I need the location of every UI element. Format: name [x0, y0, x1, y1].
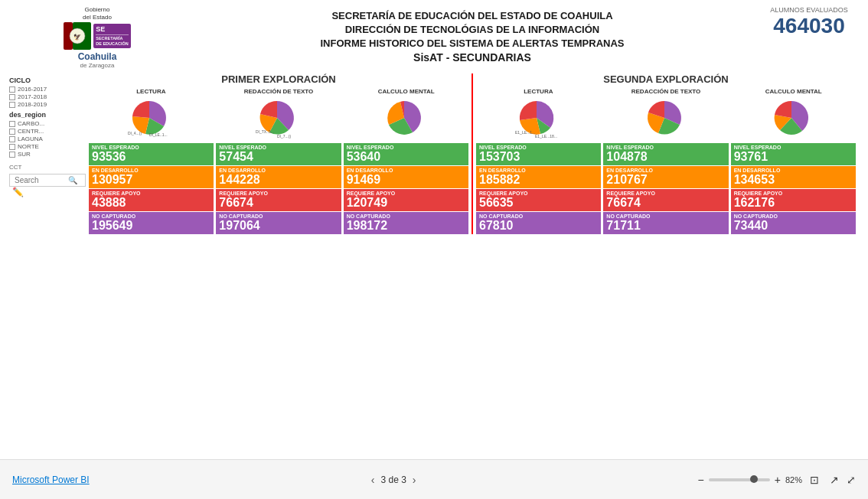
segunda-lectura-nocap-val: 67810: [479, 219, 598, 233]
coat-of-arms-icon: 🦅: [64, 22, 91, 50]
svg-text:E1_LE...18...: E1_LE...18...: [535, 134, 557, 139]
primera-redaccion-nivel-val: 57454: [219, 150, 338, 164]
primera-calculo-desarrollo-box: EN DESARROLLO 91469: [344, 166, 468, 188]
segunda-lectura-apoyo-label: REQUIERE APOYO: [479, 191, 598, 196]
segunda-lectura-stats: NIVEL ESPERADO 153703 EN DESARROLLO 1858…: [476, 143, 601, 234]
search-input[interactable]: [15, 176, 68, 184]
region-centr-label: CENTR...: [18, 128, 44, 135]
primera-lectura-pie: DI_4...() DI_LE..1...: [126, 96, 176, 139]
filter-ciclo-2018[interactable]: 2018-2019: [9, 101, 83, 108]
primera-redaccion-apoyo-box: REQUIERE APOYO 76674: [216, 189, 341, 211]
alumnos-area: ALUMNOS EVALUADOS 464030: [759, 6, 859, 38]
ciclo-label: CICLO: [9, 77, 83, 84]
checkbox-norte[interactable]: [9, 144, 15, 150]
filter-region-norte[interactable]: NORTE: [9, 143, 83, 150]
alumnos-value: 464030: [759, 14, 859, 38]
prev-page-button[interactable]: ‹: [371, 474, 375, 486]
filter-region-laguna[interactable]: LAGUNA: [9, 135, 83, 142]
svg-text:DI_4...(): DI_4...(): [128, 131, 142, 135]
checkbox-2017[interactable]: [9, 94, 15, 100]
filter-region-sur[interactable]: SUR: [9, 151, 83, 158]
title-line3: INFORME HISTORICO DEL SISTEMA DE ALERTAS…: [185, 37, 759, 51]
fit-page-icon[interactable]: ⊡: [810, 474, 819, 486]
checkbox-2016[interactable]: [9, 86, 15, 93]
checkbox-laguna[interactable]: [9, 136, 15, 142]
segunda-title: SEGUNDA EXPLORACIÓN: [476, 73, 856, 85]
segunda-calculo-desarrollo-box: EN DESARROLLO 134653: [731, 166, 856, 188]
primera-lectura-label: LECTURA: [136, 88, 165, 95]
search-bar[interactable]: 🔍: [9, 174, 86, 187]
edit-icon[interactable]: ✏️: [12, 187, 24, 197]
segunda-lectura-nivel-label: NIVEL ESPERADO: [479, 145, 598, 150]
segunda-calculo-nocap-box: NO CAPTURADO 73440: [731, 212, 856, 234]
checkbox-carbo[interactable]: [9, 121, 15, 127]
primera-lectura-desarrollo-val: 130957: [92, 173, 210, 187]
segunda-redaccion-col: REDACCIÓN DE TEXTO: [604, 88, 729, 139]
cct-label: CCT: [9, 164, 83, 171]
segunda-redaccion-stats: NIVEL ESPERADO 104878 EN DESARROLLO 2107…: [603, 143, 728, 234]
primera-calculo-stats: NIVEL ESPERADO 53640 EN DESARROLLO 91469…: [344, 143, 468, 234]
segunda-charts-row: LECTURA E1_LE...1... E1_LE...18...: [476, 88, 856, 139]
segunda-calculo-apoyo-label: REQUIERE APOYO: [734, 191, 853, 196]
segunda-calculo-nivel-box: NIVEL ESPERADO 93761: [731, 143, 856, 165]
filter-ciclo-2017[interactable]: 2017-2018: [9, 93, 83, 100]
ciclo-2016-label: 2016-2017: [18, 86, 47, 93]
primera-lectura-desarrollo-box: EN DESARROLLO 130957: [89, 166, 214, 188]
primera-lectura-nivel-val: 93536: [92, 150, 210, 164]
header-section: Gobierno del Estado 🦅: [9, 6, 859, 69]
svg-text:DI_TX..5...: DI_TX..5...: [256, 129, 274, 134]
segunda-redaccion-nocap-val: 71711: [606, 219, 725, 233]
primera-calculo-nivel-label: NIVEL ESPERADO: [347, 145, 465, 150]
ciclo-2017-label: 2017-2018: [18, 93, 47, 100]
region-laguna-label: LAGUNA: [18, 135, 43, 142]
checkbox-sur[interactable]: [9, 152, 15, 158]
logo-area: Gobierno del Estado 🦅: [9, 6, 185, 69]
filter-region-carbo[interactable]: CARBO...: [9, 120, 83, 127]
segunda-redaccion-apoyo-val: 76674: [606, 196, 725, 210]
svg-text:🦅: 🦅: [73, 33, 81, 41]
primera-calculo-col: CALCULO MENTAL: [344, 88, 468, 139]
primera-redaccion-stats: NIVEL ESPERADO 57454 EN DESARROLLO 14422…: [216, 143, 341, 234]
zoom-section: − + 82% ⊡ ↗ ⤢: [698, 474, 856, 486]
segunda-calculo-stats: NIVEL ESPERADO 93761 EN DESARROLLO 13465…: [731, 143, 856, 234]
next-page-button[interactable]: ›: [413, 474, 416, 486]
segunda-calculo-desarrollo-label: EN DESARROLLO: [734, 168, 853, 173]
segunda-calculo-nocap-val: 73440: [734, 219, 853, 233]
primera-lectura-nocap-val: 195649: [92, 219, 210, 233]
se-badge: SE SECRETARÍADE EDUCACIÓN: [93, 24, 130, 48]
primera-charts-row: LECTURA: [89, 88, 468, 139]
bottom-bar: Microsoft Power BI ‹ 3 de 3 › − + 82% ⊡ …: [0, 459, 868, 499]
segunda-redaccion-desarrollo-val: 210767: [606, 173, 725, 187]
segunda-calculo-apoyo-val: 162176: [734, 196, 853, 210]
primera-lectura-apoyo-val: 43888: [92, 196, 210, 210]
title-line2: DIRECCIÓN DE TECNOLÓGIAS DE LA INFORMACI…: [185, 23, 759, 37]
region-label: des_region: [9, 111, 83, 119]
filter-ciclo-2016[interactable]: 2016-2017: [9, 86, 83, 93]
primera-lectura-nivel-box: NIVEL ESPERADO 93536: [89, 143, 214, 165]
primera-redaccion-desarrollo-label: EN DESARROLLO: [219, 168, 338, 173]
zoom-level: 82%: [785, 475, 802, 484]
powerbi-link[interactable]: Microsoft Power BI: [12, 475, 90, 485]
checkbox-centr[interactable]: [9, 129, 15, 135]
primera-calculo-nocap-label: NO CAPTURADO: [347, 214, 465, 219]
filter-region-centr[interactable]: CENTR...: [9, 128, 83, 135]
zoom-plus-icon[interactable]: +: [775, 474, 781, 486]
segunda-lectura-label: LECTURA: [524, 88, 553, 95]
zoom-minus-icon[interactable]: −: [698, 474, 704, 486]
checkbox-2018[interactable]: [9, 102, 15, 108]
primera-calculo-nocap-box: NO CAPTURADO 198172: [344, 212, 468, 234]
fullscreen-icon[interactable]: ⤢: [847, 474, 856, 486]
share-icon[interactable]: ↗: [830, 474, 839, 486]
logo-gov-line1: Gobierno: [85, 6, 110, 13]
ciclo-2018-label: 2018-2019: [18, 101, 47, 108]
segunda-lectura-nivel-val: 153703: [479, 150, 598, 164]
segunda-calculo-nocap-label: NO CAPTURADO: [734, 214, 853, 219]
main-body: CICLO 2016-2017 2017-2018 2018-2019 des_…: [9, 73, 859, 234]
search-icon: 🔍: [68, 176, 77, 184]
zoom-slider[interactable]: [709, 478, 770, 481]
segunda-redaccion-pie: [641, 96, 691, 139]
primera-calculo-label: CALCULO MENTAL: [378, 88, 435, 95]
segunda-lectura-col: LECTURA E1_LE...1... E1_LE...18...: [476, 88, 601, 139]
segunda-lectura-nivel-box: NIVEL ESPERADO 153703: [476, 143, 601, 165]
title-area: SECRETARÍA DE EDUCACIÓN DEL ESTADO DE CO…: [185, 6, 759, 64]
